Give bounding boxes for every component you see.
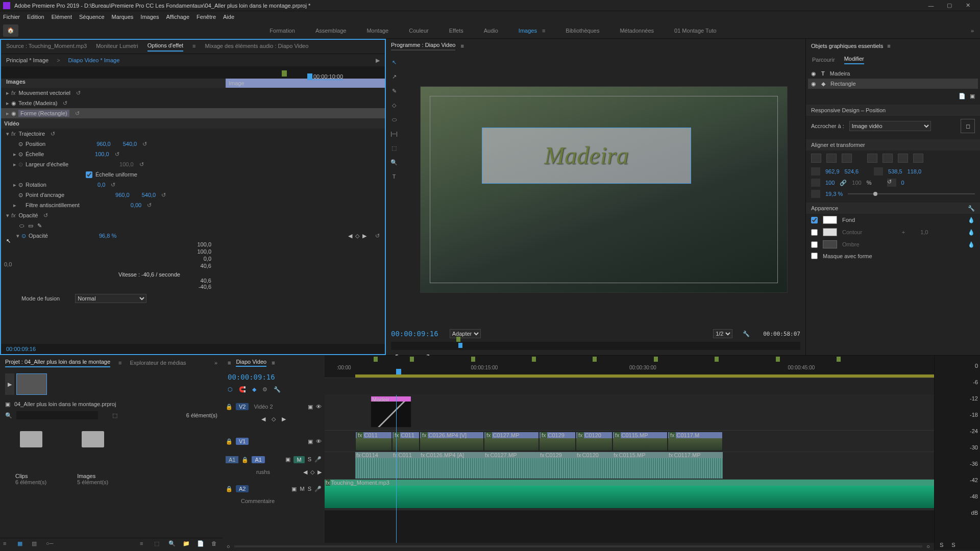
audio-clip[interactable]: fxC0129	[539, 452, 576, 479]
overflow-button[interactable]: »	[965, 28, 980, 34]
mic-icon[interactable]: ▣	[291, 486, 297, 492]
mask-checkbox[interactable]	[811, 253, 818, 259]
section-images-header[interactable]: Images	[1, 79, 226, 88]
audio-clip[interactable]: fxC0115.MP	[612, 452, 668, 479]
scale-value[interactable]: 100	[825, 180, 835, 186]
stroke-swatch[interactable]	[823, 228, 837, 236]
zoom-slider-icon[interactable]: ○─	[46, 540, 54, 548]
lock-icon[interactable]: 🔒	[226, 486, 233, 492]
menubar[interactable]: Fichier Edition Elément Séquence Marques…	[0, 11, 980, 22]
row-trajectory[interactable]: ▾fxTrajectoire↺	[1, 129, 385, 139]
find-icon[interactable]: 🔍	[168, 540, 177, 548]
layer-rectangle[interactable]: ◉◆Rectangle	[808, 79, 978, 89]
row-anchor[interactable]: ⊙Point d'ancrage960,0540,0↺	[1, 190, 385, 200]
menu-file[interactable]: Fichier	[3, 14, 20, 20]
wrench-icon[interactable]: 🔧	[968, 205, 975, 212]
layer-text[interactable]: ◉TMadeira	[808, 68, 978, 79]
visibility-icon[interactable]: ◉	[811, 70, 816, 77]
tab-source[interactable]: Source : Touching_Moment.mp3	[6, 43, 87, 51]
pos-y[interactable]: 524,6	[845, 168, 859, 174]
bin-images[interactable]: Images5 élément(s)	[77, 431, 108, 528]
program-menu-icon[interactable]: ≡	[460, 43, 463, 49]
home-button[interactable]: 🏠	[3, 24, 18, 37]
media-browser-tab[interactable]: Explorateur de médias	[130, 360, 186, 366]
responsive-header[interactable]: Responsive Design – Position	[806, 105, 980, 116]
settings-icon[interactable]: ⚙	[262, 386, 267, 393]
rectangle-tool-icon[interactable]: ◇	[389, 100, 399, 110]
zoom-select[interactable]: 1/2	[713, 329, 732, 338]
ws-color[interactable]: Couleur	[409, 26, 429, 36]
clip-bar[interactable]: Image	[226, 79, 385, 88]
new-layer-button[interactable]: 📄	[959, 93, 966, 99]
audio-clip[interactable]: fxC0126.MP4 [A]	[420, 452, 484, 479]
pen-tool-icon[interactable]: ✎	[389, 86, 399, 96]
menu-clip[interactable]: Elément	[52, 14, 72, 20]
egp-edit-tab[interactable]: Modifier	[844, 56, 864, 64]
preview-thumbnail[interactable]	[16, 373, 47, 395]
ws-formation[interactable]: Formation	[270, 26, 295, 36]
track-a1[interactable]: fxC0114fxC011fxC0126.MP4 [A]fxC0127.MPfx…	[325, 452, 934, 480]
title-rectangle[interactable]: Madeira	[482, 128, 691, 184]
project-search-input[interactable]	[16, 411, 98, 419]
pin-widget[interactable]: ◻	[961, 119, 975, 133]
row-blend-mode[interactable]: Mode de fusion Normal	[1, 292, 385, 305]
filter-icon[interactable]: ⬚	[112, 412, 117, 419]
uniform-scale-checkbox[interactable]	[86, 171, 92, 178]
voice-icon[interactable]: 🎤	[314, 486, 322, 492]
row-opacity-section[interactable]: ▾fxOpacité↺	[1, 210, 385, 220]
close-button[interactable]: ✕	[959, 2, 977, 9]
stroke-checkbox[interactable]	[811, 229, 818, 236]
track-a2[interactable]: fxTouching_Moment.mp3	[325, 480, 934, 510]
delete-icon[interactable]: 🗑	[211, 540, 219, 548]
track-next-icon[interactable]: ▶	[282, 416, 286, 422]
track-next-icon[interactable]: ▶	[317, 469, 322, 475]
track-kf-icon[interactable]: ◇	[272, 416, 276, 422]
eye-icon[interactable]: 👁	[316, 404, 322, 410]
align-hcenter-icon[interactable]	[826, 154, 837, 163]
eye-icon[interactable]: 👁	[316, 438, 322, 445]
zoom-tool-icon[interactable]: 🔍	[389, 157, 399, 167]
egp-browse-tab[interactable]: Parcourir	[812, 57, 835, 63]
mute-button[interactable]: M	[300, 486, 304, 492]
link-icon[interactable]: 🔗	[840, 180, 847, 186]
v1-header[interactable]: 🔒V1▣👁	[223, 431, 325, 452]
row-scale[interactable]: ▸⊙Échelle100,0↺	[1, 149, 385, 159]
ws-graphics[interactable]: Images	[519, 26, 537, 36]
search-icon[interactable]: 🔍	[5, 412, 12, 419]
track-v2[interactable]: Madeir	[325, 395, 934, 431]
appearance-header[interactable]: Apparence🔧	[806, 203, 980, 214]
list-view-icon[interactable]: ≡	[3, 540, 11, 548]
row-text[interactable]: ▸◉Texte (Madeira)↺	[1, 98, 385, 108]
panel-menu-icon[interactable]: ≡	[192, 43, 195, 51]
track-kf-icon[interactable]: ◇	[310, 469, 314, 475]
menu-edit[interactable]: Edition	[27, 14, 44, 20]
overflow-icon[interactable]: »	[214, 360, 217, 366]
timeline-scrollbar[interactable]	[325, 510, 934, 517]
toggle-output-icon[interactable]: ▣	[308, 404, 313, 410]
marker-tool-icon[interactable]: ◆	[252, 386, 256, 393]
align-right-icon[interactable]	[842, 154, 852, 163]
zoom-out-icon[interactable]: ○	[227, 543, 230, 549]
solo-button[interactable]: S	[308, 486, 311, 492]
video-clip[interactable]: fxC0129	[539, 432, 576, 451]
fill-checkbox[interactable]	[811, 217, 818, 223]
prev-keyframe-button[interactable]: ◀	[348, 233, 352, 239]
work-area-bar[interactable]	[355, 374, 934, 378]
stroke-picker-icon[interactable]: 💧	[968, 229, 975, 236]
solo-button[interactable]: S	[308, 456, 311, 463]
ws-menu-icon[interactable]: ≡	[542, 26, 545, 36]
opacity-value[interactable]: 19,3 %	[825, 191, 843, 197]
preview-play-icon[interactable]: ▶	[5, 373, 14, 395]
linked-sel-icon[interactable]: 🧲	[239, 386, 246, 393]
audio-clip[interactable]: fxC0117.MP	[668, 452, 723, 479]
mic-icon[interactable]: ▣	[285, 456, 290, 463]
program-tab[interactable]: Programme : Diapo Video	[391, 42, 455, 51]
shadow-checkbox[interactable]	[811, 241, 818, 248]
minimize-button[interactable]: —	[922, 3, 940, 9]
snap-icon[interactable]: ⬡	[228, 386, 233, 393]
master-clip-label[interactable]: Principal * Image	[6, 57, 48, 63]
row-masks[interactable]: ⬭▭✎	[1, 220, 385, 231]
fill-picker-icon[interactable]: 💧	[968, 217, 975, 223]
automate-icon[interactable]: ⬚	[154, 540, 162, 548]
maximize-button[interactable]: ▢	[940, 2, 959, 9]
